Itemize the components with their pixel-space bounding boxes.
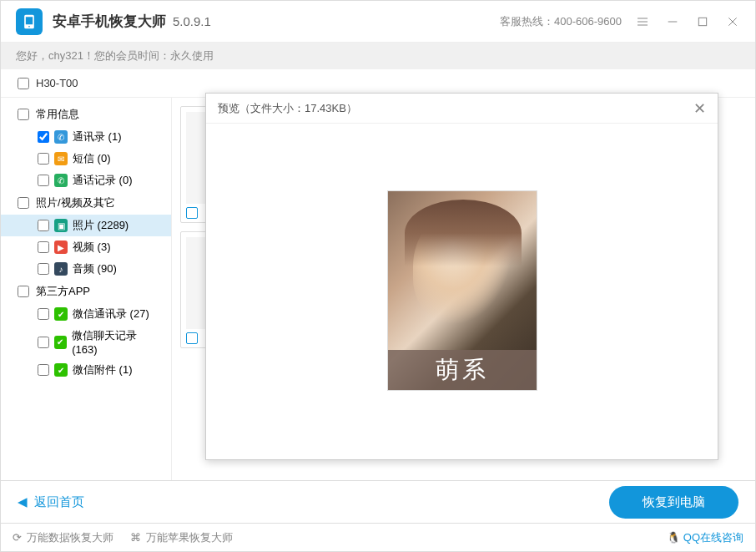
audio-icon: ♪	[54, 262, 68, 276]
recover-button[interactable]: 恢复到电脑	[609, 486, 738, 519]
category-label: 第三方APP	[36, 284, 90, 299]
preview-modal: 预览（文件大小：17.43KB） ✕ 萌系	[205, 93, 718, 460]
sms-icon: ✉	[54, 152, 68, 165]
category-checkbox[interactable]	[18, 109, 29, 120]
close-icon[interactable]	[725, 14, 740, 29]
item-label: 通讯录 (1)	[73, 129, 122, 144]
item-label: 通话记录 (0)	[73, 173, 133, 188]
sidebar-item-wx-attach[interactable]: ✔ 微信附件 (1)	[1, 359, 171, 381]
back-label: 返回首页	[34, 494, 84, 510]
titlebar: 安卓手机恢复大师 5.0.9.1 客服热线：400-606-9600	[1, 1, 755, 43]
device-checkbox[interactable]	[18, 78, 29, 89]
modal-close-icon[interactable]: ✕	[693, 99, 706, 118]
sidebar-item-sms[interactable]: ✉ 短信 (0)	[1, 148, 171, 170]
wechat-icon: ✔	[54, 307, 68, 321]
back-home-link[interactable]: ◀ 返回首页	[18, 494, 84, 510]
sidebar-item-audio[interactable]: ♪ 音频 (90)	[1, 258, 171, 280]
category-label: 常用信息	[36, 107, 79, 122]
app-logo-icon	[16, 8, 43, 35]
item-checkbox[interactable]	[38, 153, 49, 165]
sidebar-item-calllog[interactable]: ✆ 通话记录 (0)	[1, 170, 171, 191]
preview-caption: 萌系	[388, 350, 537, 390]
category-common[interactable]: 常用信息	[1, 103, 171, 126]
item-checkbox[interactable]	[38, 308, 49, 320]
category-checkbox[interactable]	[18, 197, 29, 209]
modal-body: 萌系	[206, 124, 718, 458]
preview-image-card: 萌系	[387, 190, 537, 391]
sidebar-item-photos[interactable]: ▣ 照片 (2289)	[1, 215, 171, 236]
thumb-checkbox[interactable]	[186, 207, 198, 219]
device-name: H30-T00	[36, 77, 78, 89]
back-arrow-icon: ◀	[18, 494, 28, 509]
modal-title: 预览（文件大小：17.43KB）	[218, 101, 357, 116]
qq-label: QQ在线咨询	[683, 530, 743, 545]
maximize-icon[interactable]	[695, 14, 710, 29]
hotline-text: 客服热线：400-606-9600	[500, 14, 622, 29]
category-label: 照片/视频及其它	[36, 195, 115, 210]
photo-icon: ▣	[54, 219, 68, 232]
sidebar-item-contacts[interactable]: ✆ 通讯录 (1)	[1, 126, 171, 148]
footer: ⟳ 万能数据恢复大师 ⌘ 万能苹果恢复大师 🐧 QQ在线咨询	[1, 523, 755, 551]
sidebar-item-wx-contacts[interactable]: ✔ 微信通讯录 (27)	[1, 303, 171, 325]
menu-icon[interactable]	[635, 14, 650, 29]
item-label: 微信通讯录 (27)	[73, 306, 149, 322]
item-checkbox[interactable]	[38, 241, 49, 253]
footer-label: 万能数据恢复大师	[27, 530, 113, 545]
apple-icon: ⌘	[130, 531, 141, 544]
category-checkbox[interactable]	[18, 286, 29, 297]
welcome-text: 您好，chy321！您的会员时间：永久使用	[16, 48, 214, 63]
category-media[interactable]: 照片/视频及其它	[1, 191, 171, 215]
video-icon: ▶	[54, 241, 68, 254]
modal-header: 预览（文件大小：17.43KB） ✕	[206, 94, 718, 124]
item-checkbox[interactable]	[38, 220, 49, 231]
sidebar-item-videos[interactable]: ▶ 视频 (3)	[1, 236, 171, 258]
qq-icon: 🐧	[667, 531, 680, 544]
wechat-icon: ✔	[54, 336, 68, 349]
item-label: 音频 (90)	[73, 261, 117, 276]
contacts-icon: ✆	[54, 130, 68, 144]
bottom-bar: ◀ 返回首页 恢复到电脑	[1, 481, 755, 523]
app-title: 安卓手机恢复大师	[53, 12, 166, 31]
refresh-icon: ⟳	[13, 531, 22, 544]
item-label: 视频 (3)	[73, 240, 111, 255]
sidebar: 常用信息 ✆ 通讯录 (1) ✉ 短信 (0) ✆ 通话记录 (0) 照片/视频…	[1, 98, 172, 480]
footer-label: 万能苹果恢复大师	[146, 530, 233, 545]
welcome-bar: 您好，chy321！您的会员时间：永久使用	[1, 43, 755, 69]
item-checkbox[interactable]	[38, 263, 49, 275]
sidebar-item-wx-chat[interactable]: ✔ 微信聊天记录 (163)	[1, 325, 171, 359]
item-label: 微信附件 (1)	[73, 362, 133, 377]
item-checkbox[interactable]	[38, 131, 49, 143]
app-version: 5.0.9.1	[173, 14, 211, 28]
wechat-icon: ✔	[54, 363, 68, 377]
svg-rect-0	[698, 18, 706, 25]
item-label: 微信聊天记录 (163)	[72, 328, 163, 356]
qq-support-link[interactable]: 🐧 QQ在线咨询	[667, 530, 743, 545]
footer-link-data-recovery[interactable]: ⟳ 万能数据恢复大师	[13, 530, 113, 545]
item-label: 短信 (0)	[73, 151, 111, 166]
footer-link-apple-recovery[interactable]: ⌘ 万能苹果恢复大师	[130, 530, 233, 545]
item-checkbox[interactable]	[38, 175, 49, 186]
phone-icon: ✆	[54, 174, 68, 187]
item-checkbox[interactable]	[38, 337, 49, 348]
category-thirdparty[interactable]: 第三方APP	[1, 280, 171, 303]
minimize-icon[interactable]	[665, 14, 680, 29]
item-checkbox[interactable]	[38, 364, 49, 376]
thumb-checkbox[interactable]	[186, 332, 198, 344]
item-label: 照片 (2289)	[73, 218, 129, 233]
